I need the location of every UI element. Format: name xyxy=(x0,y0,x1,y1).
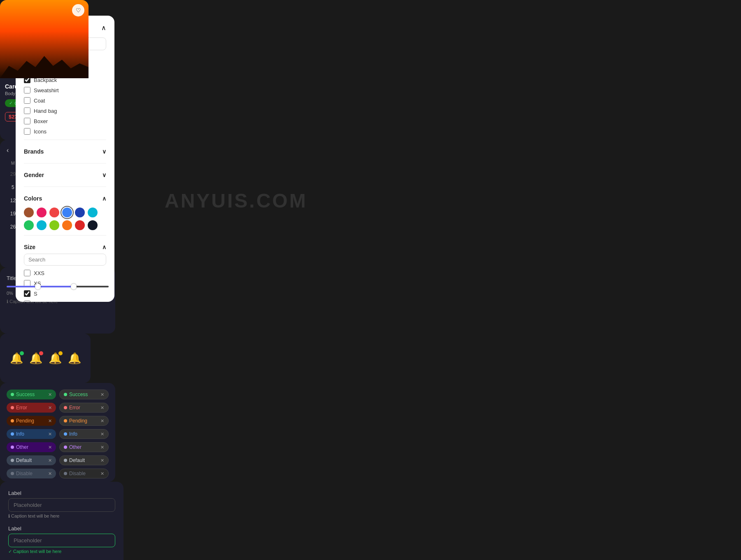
tag-dot xyxy=(64,446,67,449)
tag-dot xyxy=(11,406,14,409)
tag-disable-outline: Disable✕ xyxy=(59,469,109,478)
brands-label: Brands xyxy=(24,148,44,155)
tags-grid: Success✕ Success✕ Error✕ Error✕ Pending✕… xyxy=(7,390,109,478)
colors-chevron-icon: ∧ xyxy=(102,195,106,202)
tag-close-icon[interactable]: ✕ xyxy=(100,405,104,411)
tag-dot xyxy=(64,419,67,422)
tag-dot xyxy=(11,446,14,449)
prev-month-button[interactable]: ‹ xyxy=(7,147,9,154)
color-lime[interactable] xyxy=(49,220,59,230)
sweatshirt-checkbox[interactable] xyxy=(24,87,30,93)
bell-active-red[interactable]: 🔔 xyxy=(29,352,42,365)
xxs-label: XXS xyxy=(34,270,44,276)
tag-close-icon[interactable]: ✕ xyxy=(100,458,104,463)
category-item: Icons xyxy=(24,128,106,135)
icons-label: Icons xyxy=(34,128,47,135)
color-brown[interactable] xyxy=(24,208,34,217)
size-search-input[interactable] xyxy=(24,254,106,266)
size-item: S xyxy=(24,290,106,297)
tag-success-filled: Success✕ xyxy=(7,390,56,399)
category-item: Hand bag xyxy=(24,107,106,114)
coupon-icon: ✓ xyxy=(9,100,13,106)
tag-close-icon[interactable]: ✕ xyxy=(48,418,52,424)
tag-close-icon[interactable]: ✕ xyxy=(100,392,104,397)
tag-dot xyxy=(11,459,14,462)
brands-section[interactable]: Brands ∨ xyxy=(24,145,106,158)
color-teal[interactable] xyxy=(37,220,47,230)
tag-dot xyxy=(11,472,14,475)
bell-off-icon: 🔔 xyxy=(68,352,81,364)
bell-inactive[interactable]: 🔔 xyxy=(68,352,81,365)
tag-dot xyxy=(64,472,67,475)
tag-dot xyxy=(11,393,14,396)
size-label: Size xyxy=(24,244,35,250)
slider-track-container[interactable] xyxy=(7,286,109,287)
tag-pending-outline: Pending✕ xyxy=(59,416,109,426)
tag-close-icon[interactable]: ✕ xyxy=(48,458,52,463)
sm-checkbox[interactable] xyxy=(24,301,30,302)
input-normal[interactable] xyxy=(8,498,115,512)
tag-close-icon[interactable]: ✕ xyxy=(48,445,52,450)
slider-track xyxy=(7,286,109,287)
boxer-checkbox[interactable] xyxy=(24,118,30,124)
input-group-normal: Label ℹ Caption text will be here xyxy=(8,490,115,519)
s-checkbox[interactable] xyxy=(24,290,30,297)
input-caption-success: ✓ Caption text will be here xyxy=(8,549,115,554)
handbag-label: Hand bag xyxy=(34,108,57,114)
tag-info-filled: Info✕ xyxy=(7,429,56,439)
sweatshirt-label: Sweatshirt xyxy=(34,87,59,93)
colors-label: Colors xyxy=(24,195,42,202)
color-orange[interactable] xyxy=(62,220,72,230)
input-caption-normal: ℹ Caption text will be here xyxy=(8,513,115,519)
tags-panel: Success✕ Success✕ Error✕ Error✕ Pending✕… xyxy=(0,383,115,482)
tag-close-icon[interactable]: ✕ xyxy=(48,432,52,437)
tag-dot xyxy=(64,393,67,396)
tag-close-icon[interactable]: ✕ xyxy=(100,432,104,437)
tag-close-icon[interactable]: ✕ xyxy=(100,418,104,424)
tag-dot xyxy=(11,419,14,422)
color-pink[interactable] xyxy=(37,208,47,217)
tag-close-icon[interactable]: ✕ xyxy=(100,471,104,476)
tag-close-icon[interactable]: ✕ xyxy=(48,392,52,397)
coat-checkbox[interactable] xyxy=(24,97,30,104)
inputs-panel: Label ℹ Caption text will be here Label … xyxy=(0,482,124,560)
category-item: Coat xyxy=(24,97,106,104)
size-section[interactable]: Size ∧ xyxy=(24,240,106,254)
favorite-button[interactable]: ♡ xyxy=(72,4,84,16)
color-swatches xyxy=(24,208,106,230)
color-crimson[interactable] xyxy=(75,220,85,230)
tag-close-icon[interactable]: ✕ xyxy=(48,405,52,411)
handbag-checkbox[interactable] xyxy=(24,107,30,114)
tag-close-icon[interactable]: ✕ xyxy=(100,445,104,450)
icons-checkbox[interactable] xyxy=(24,128,30,135)
notification-dot-yellow xyxy=(58,351,63,355)
color-red[interactable] xyxy=(49,208,59,217)
xxs-checkbox[interactable] xyxy=(24,270,30,276)
size-item: S/M xyxy=(24,301,106,302)
boxer-label: Boxer xyxy=(34,118,48,124)
input-success[interactable] xyxy=(8,534,115,547)
notification-panel: 🔔 🔔 🔔 🔔 xyxy=(0,334,91,383)
size-chevron-icon: ∧ xyxy=(102,244,106,250)
tag-close-icon[interactable]: ✕ xyxy=(48,471,52,476)
color-black[interactable] xyxy=(88,220,98,230)
tag-error-filled: Error✕ xyxy=(7,403,56,413)
tag-success-outline: Success✕ xyxy=(59,390,109,399)
color-green[interactable] xyxy=(24,220,34,230)
brands-chevron-icon: ∨ xyxy=(102,148,106,155)
s-label: S xyxy=(34,291,37,297)
notification-dot-green xyxy=(20,351,24,355)
color-darkblue[interactable] xyxy=(75,208,85,217)
category-item: Boxer xyxy=(24,118,106,124)
size-item: XXS xyxy=(24,270,106,276)
colors-section[interactable]: Colors ∧ xyxy=(24,192,106,205)
gender-section[interactable]: Gender ∨ xyxy=(24,168,106,182)
color-blue[interactable] xyxy=(62,208,72,217)
bell-active-yellow[interactable]: 🔔 xyxy=(49,352,62,365)
color-cyan[interactable] xyxy=(88,208,98,217)
tag-info-outline: Info✕ xyxy=(59,429,109,439)
bell-active-green[interactable]: 🔔 xyxy=(10,352,23,365)
notification-dot-red xyxy=(39,351,43,355)
tag-default-filled: Default✕ xyxy=(7,455,56,465)
tag-pending-filled: Pending✕ xyxy=(7,416,56,426)
